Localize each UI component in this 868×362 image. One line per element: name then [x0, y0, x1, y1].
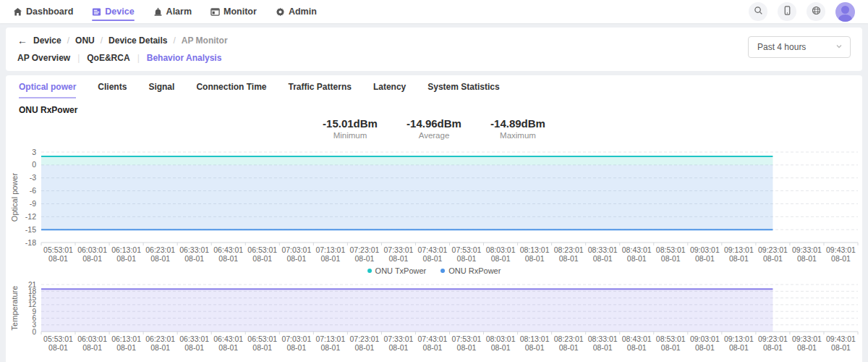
x-tick-time: 06:43:01 — [213, 245, 243, 254]
x-tick-date: 08-01 — [627, 254, 647, 263]
x-tick-date: 08-01 — [797, 343, 817, 352]
x-tick-date: 08-01 — [525, 254, 545, 263]
breadcrumb-device-details[interactable]: Device Details — [109, 35, 167, 46]
subnav-qoe-rca[interactable]: QoE&RCA — [87, 53, 129, 63]
search-button[interactable] — [749, 2, 767, 21]
monitor-icon — [210, 7, 220, 17]
x-tick-date: 08-01 — [184, 343, 204, 352]
y-tick-label: 0 — [32, 328, 36, 336]
main-content-card: Optical power Clients Signal Connection … — [6, 75, 862, 362]
y-tick-label: -3 — [30, 173, 36, 182]
x-tick-time: 09:23:01 — [758, 245, 788, 254]
x-tick-time: 06:43:01 — [213, 334, 243, 343]
x-tick-time: 05:53:01 — [43, 245, 73, 254]
nav-item-device[interactable]: Device — [92, 0, 134, 23]
x-tick-date: 08-01 — [593, 343, 613, 352]
x-tick-date: 08-01 — [661, 254, 681, 263]
x-tick-time: 09:03:01 — [690, 245, 720, 254]
x-tick-time: 07:13:01 — [315, 334, 345, 343]
x-tick-time: 08:43:01 — [622, 245, 652, 254]
breadcrumb-onu[interactable]: ONU — [75, 35, 95, 46]
optical-power-chart[interactable]: 30-3-6-9-12-15-1805:53:0108-0106:03:0108… — [6, 143, 862, 265]
top-nav: Dashboard Device Alarm Monitor Admin — [0, 0, 868, 23]
breadcrumb-card: ← Device / ONU / Device Details / AP Mon… — [6, 28, 862, 71]
language-button[interactable] — [807, 2, 825, 21]
subnav-ap-overview[interactable]: AP Overview — [17, 53, 70, 63]
nav-item-admin[interactable]: Admin — [276, 0, 317, 23]
x-tick-date: 08-01 — [389, 343, 409, 352]
x-tick-time: 07:53:01 — [452, 334, 482, 343]
breadcrumb-separator: / — [67, 35, 69, 46]
x-tick-time: 07:13:01 — [315, 245, 345, 254]
x-tick-date: 08-01 — [150, 254, 170, 263]
time-range-select[interactable]: Past 4 hours — [748, 36, 851, 58]
x-tick-date: 08-01 — [491, 254, 511, 263]
legend-item[interactable]: ONU TxPower — [367, 266, 427, 275]
y-axis-name: Optical power — [10, 173, 19, 222]
time-range-value: Past 4 hours — [757, 42, 806, 52]
x-tick-time: 08:13:01 — [520, 334, 550, 343]
x-tick-date: 08-01 — [116, 343, 136, 352]
legend-item[interactable]: ONU RxPower — [441, 266, 501, 275]
x-tick-time: 06:13:01 — [111, 245, 141, 254]
x-tick-date: 08-01 — [218, 254, 238, 263]
x-tick-date: 08-01 — [763, 254, 783, 263]
legend-dot-icon — [367, 269, 372, 273]
x-tick-date: 08-01 — [48, 343, 68, 352]
x-tick-time: 07:23:01 — [349, 334, 379, 343]
tab-signal[interactable]: Signal — [148, 82, 174, 98]
x-tick-date: 08-01 — [286, 254, 306, 263]
x-tick-date: 08-01 — [82, 254, 102, 263]
x-tick-time: 08:33:01 — [588, 334, 618, 343]
nav-item-dashboard[interactable]: Dashboard — [13, 0, 73, 23]
x-tick-time: 07:33:01 — [384, 334, 414, 343]
x-tick-date: 08-01 — [729, 343, 749, 352]
tab-system-statistics[interactable]: System Statistics — [427, 82, 499, 98]
temperature-chart[interactable]: 21181512963005:53:0108-0106:03:0108-0106… — [6, 279, 862, 353]
x-tick-date: 08-01 — [491, 343, 511, 352]
y-tick-label: -12 — [25, 212, 36, 221]
tab-optical-power[interactable]: Optical power — [19, 82, 76, 98]
x-tick-time: 07:43:01 — [418, 245, 448, 254]
x-tick-date: 08-01 — [320, 254, 340, 263]
x-tick-time: 06:53:01 — [247, 245, 277, 254]
tab-traffic-patterns[interactable]: Traffic Patterns — [289, 82, 352, 98]
user-avatar[interactable] — [835, 2, 855, 22]
nav-item-monitor[interactable]: Monitor — [210, 0, 257, 23]
y-tick-label: 3 — [32, 148, 36, 156]
subnav-behavior-analysis[interactable]: Behavior Analysis — [147, 53, 222, 63]
chart-legend: ONU TxPowerONU RxPower — [6, 266, 862, 276]
x-tick-date: 08-01 — [218, 343, 238, 352]
avatar-head — [841, 6, 849, 14]
x-tick-time: 08:33:01 — [588, 245, 618, 254]
x-tick-time: 06:13:01 — [111, 334, 141, 343]
stat-value: -14.89dBm — [476, 117, 560, 130]
x-tick-date: 08-01 — [559, 254, 579, 263]
x-tick-time: 08:53:01 — [656, 334, 686, 343]
series-area — [41, 156, 773, 165]
x-tick-date: 08-01 — [695, 343, 715, 352]
x-tick-date: 08-01 — [423, 254, 443, 263]
home-icon — [13, 7, 22, 17]
tab-clients[interactable]: Clients — [98, 82, 127, 98]
x-tick-time: 06:23:01 — [145, 245, 175, 254]
stat-value: -15.01dBm — [308, 117, 392, 130]
x-tick-date: 08-01 — [661, 343, 681, 352]
x-tick-time: 07:33:01 — [384, 245, 414, 254]
mobile-app-button[interactable] — [778, 2, 796, 21]
x-tick-time: 08:03:01 — [486, 245, 516, 254]
nav-item-alarm[interactable]: Alarm — [153, 0, 192, 23]
x-tick-time: 05:53:01 — [43, 334, 73, 343]
subnav-separator: | — [137, 53, 140, 63]
x-tick-date: 08-01 — [48, 254, 68, 263]
x-tick-date: 08-01 — [593, 254, 613, 263]
tab-latency[interactable]: Latency — [373, 82, 406, 98]
breadcrumb-back[interactable]: Device — [33, 35, 61, 46]
x-tick-date: 08-01 — [252, 254, 272, 263]
nav-item-label: Alarm — [166, 7, 192, 17]
x-tick-time: 06:53:01 — [247, 334, 277, 343]
stat-label: Minimum — [308, 131, 392, 140]
tab-connection-time[interactable]: Connection Time — [196, 82, 266, 98]
back-arrow-icon[interactable]: ← — [17, 35, 27, 46]
x-tick-time: 06:03:01 — [77, 334, 107, 343]
